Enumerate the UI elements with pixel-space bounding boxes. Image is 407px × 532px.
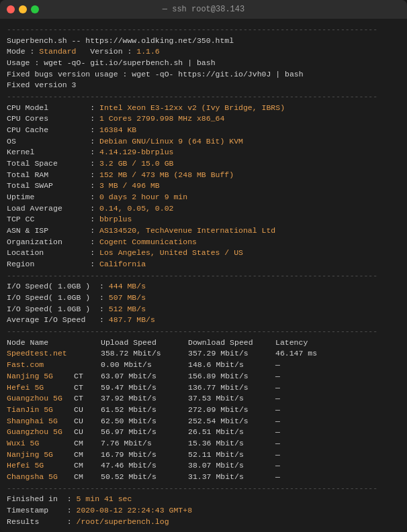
- table-row: Nanjing 5GCM16.79 Mbit/s52.11 Mbit/s—: [7, 449, 400, 461]
- terminal-window: — ssh root@38.143 ----------------------…: [0, 0, 407, 532]
- sysinfo-total-swap: Total SWAP : 3 MB / 496 MB: [7, 180, 400, 192]
- traffic-lights: [7, 5, 39, 13]
- sysinfo-total-space: Total Space : 3.2 GB / 15.0 GB: [7, 158, 400, 170]
- table-row: Nanjing 5GCT63.07 Mbit/s156.89 Mbit/s—: [7, 371, 400, 382]
- maximize-button[interactable]: [31, 5, 39, 13]
- table-row: Changsha 5GCM50.52 Mbit/s31.37 Mbit/s—: [7, 472, 400, 483]
- table-row: Wuxi 5GCM7.76 Mbit/s15.36 Mbit/s—: [7, 438, 400, 449]
- sysinfo-total-ram: Total RAM : 152 MB / 473 MB (248 MB Buff…: [7, 170, 400, 181]
- sysinfo-uptime: Uptime : 0 days 2 hour 9 min: [7, 192, 400, 203]
- window-title: — ssh root@38.143: [163, 5, 244, 14]
- divider-3: ----------------------------------------…: [7, 270, 400, 282]
- terminal-content[interactable]: ----------------------------------------…: [0, 19, 407, 532]
- table-header: Node NameUpload SpeedDownload SpeedLaten…: [7, 337, 400, 349]
- sysinfo-org: Organization : Cogent Communications: [7, 237, 400, 248]
- table-row: Shanghai 5GCU62.50 Mbit/s252.54 Mbit/s—: [7, 416, 400, 427]
- header-line-1: Superbench.sh -- https://www.oldking.net…: [7, 36, 400, 47]
- sysinfo-asn: ASN & ISP : AS134520, TechAvenue Interna…: [7, 225, 400, 237]
- result-results: Results : /root/superbench.log: [7, 517, 400, 528]
- close-button[interactable]: [7, 5, 15, 13]
- header-line-5: Fixed version 3: [7, 80, 400, 91]
- table-row: Fast.com0.00 Mbit/s148.6 Mbit/s—: [7, 360, 400, 371]
- sysinfo-cpu-model: CPU Model : Intel Xeon E3-12xx v2 (Ivy B…: [7, 103, 400, 114]
- header-line-3: Usage : wget -qO- git.io/superbench.sh |…: [7, 58, 400, 69]
- header-line-2: Mode : Standard Version : 1.1.6: [7, 46, 400, 58]
- table-row: Guangzhou 5GCU56.97 Mbit/s26.51 Mbit/s—: [7, 427, 400, 438]
- result-finished: Finished in : 5 min 41 sec: [7, 494, 400, 505]
- table-row: Hefei 5GCT59.47 Mbit/s136.77 Mbit/s—: [7, 382, 400, 394]
- sysinfo-load-avg: Load Average : 0.14, 0.05, 0.02: [7, 203, 400, 215]
- sysinfo-cpu-cores: CPU Cores : 1 Cores 2799.998 MHz x86_64: [7, 113, 400, 125]
- divider-6: ----------------------------------------…: [7, 527, 400, 532]
- table-row: Speedtest.net358.72 Mbit/s357.29 Mbit/s4…: [7, 348, 400, 360]
- sysinfo-os: OS : Debian GNU/Linux 9 (64 Bit) KVM: [7, 136, 400, 148]
- divider-2: ----------------------------------------…: [7, 91, 400, 103]
- io-speed-avg: Average I/O Speed : 487.7 MB/s: [7, 315, 400, 326]
- sysinfo-tcp-cc: TCP CC : bbrplus: [7, 214, 400, 225]
- minimize-button[interactable]: [19, 5, 27, 13]
- table-row: TianJin 5GCU61.52 Mbit/s272.09 Mbit/s—: [7, 405, 400, 416]
- io-speed-2: I/O Speed( 1.0GB ) : 507 MB/s: [7, 292, 400, 304]
- titlebar: — ssh root@38.143: [0, 0, 407, 19]
- table-row: Hefei 5GCM47.46 Mbit/s38.07 Mbit/s—: [7, 460, 400, 472]
- io-speed-3: I/O Speed( 1.0GB ) : 512 MB/s: [7, 304, 400, 315]
- sysinfo-cpu-cache: CPU Cache : 16384 KB: [7, 125, 400, 136]
- sysinfo-region: Region : California: [7, 259, 400, 270]
- sysinfo-location: Location : Los Angeles, United States / …: [7, 248, 400, 259]
- divider-5: ----------------------------------------…: [7, 483, 400, 494]
- io-speed-1: I/O Speed( 1.0GB ) : 444 MB/s: [7, 281, 400, 292]
- divider-4: ----------------------------------------…: [7, 326, 400, 337]
- header-line-4: Fixed bugs version usage : wget -qO- htt…: [7, 69, 400, 81]
- table-row: Guangzhou 5GCT37.92 Mbit/s37.53 Mbit/s—: [7, 393, 400, 405]
- divider-1: ----------------------------------------…: [7, 24, 400, 36]
- result-timestamp: Timestamp : 2020-08-12 22:24:43 GMT+8: [7, 505, 400, 517]
- sysinfo-kernel: Kernel : 4.14.129-bbrplus: [7, 147, 400, 158]
